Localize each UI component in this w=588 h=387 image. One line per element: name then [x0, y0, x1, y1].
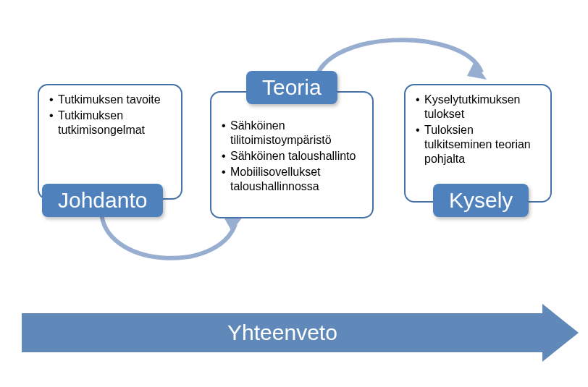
list-item: Sähköinen tilitoimistoympäristö [222, 119, 362, 148]
list-item: Tutkimuksen tavoite [49, 93, 171, 107]
stage-title-teoria: Teoria [246, 71, 337, 104]
summary-arrow-shaft: Yhteenveto [22, 313, 543, 352]
list-item: Kyselytutkimuksen tulokset [416, 93, 540, 122]
arrow-right-icon [542, 304, 579, 362]
summary-arrow: Yhteenveto [22, 304, 579, 362]
stage-title-kysely: Kysely [433, 184, 529, 217]
summary-arrow-label: Yhteenveto [227, 320, 337, 345]
stage-bullets-johdanto: Tutkimuksen tavoite Tutkimuksen tutkimis… [49, 93, 171, 137]
list-item: Mobiilisovellukset taloushallinnossa [222, 165, 362, 194]
diagram-canvas: Tutkimuksen tavoite Tutkimuksen tutkimis… [0, 0, 588, 387]
stage-box-johdanto: Tutkimuksen tavoite Tutkimuksen tutkimis… [38, 84, 182, 200]
stage-title-johdanto: Johdanto [42, 184, 163, 217]
stage-bullets-teoria: Sähköinen tilitoimistoympäristö Sähköine… [222, 119, 362, 194]
stage-box-teoria: Sähköinen tilitoimistoympäristö Sähköine… [210, 91, 374, 218]
list-item: Tuloksien tulkitseminen teorian pohjalta [416, 123, 540, 166]
stage-bullets-kysely: Kyselytutkimuksen tulokset Tuloksien tul… [416, 93, 540, 166]
list-item: Tutkimuksen tutkimisongelmat [49, 109, 171, 137]
list-item: Sähköinen taloushallinto [222, 149, 362, 163]
